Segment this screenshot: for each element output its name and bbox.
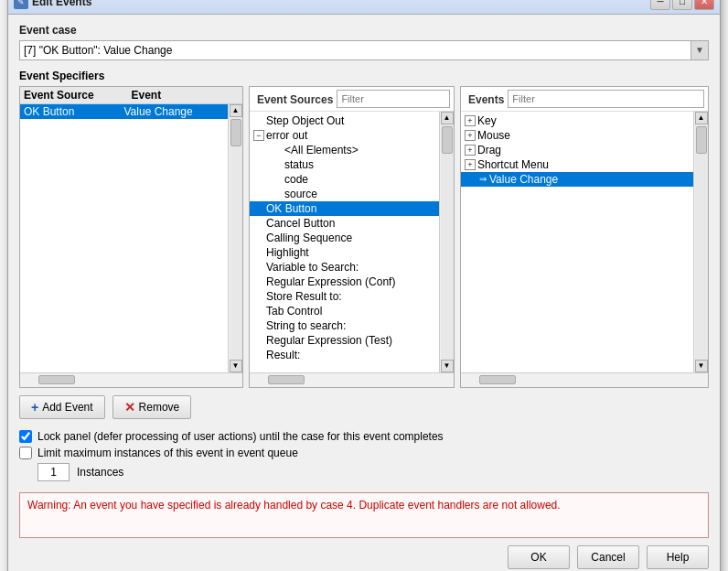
tree-item[interactable]: − error out bbox=[250, 128, 439, 143]
hscroll-thumb[interactable] bbox=[268, 375, 305, 384]
tree-item[interactable]: Step Object Out bbox=[250, 113, 439, 128]
collapse-icon[interactable]: − bbox=[253, 130, 264, 141]
scroll-thumb[interactable] bbox=[696, 126, 707, 154]
events-item-shortcut[interactable]: + Shortcut Menu bbox=[461, 157, 693, 172]
bottom-buttons: + Add Event ✕ Remove bbox=[19, 395, 709, 419]
warning-text: Warning: An event you have specified is … bbox=[27, 499, 561, 512]
restore-button[interactable]: □ bbox=[672, 0, 692, 10]
right-filter-input[interactable] bbox=[508, 90, 704, 108]
left-panel-rows: OK Button Value Change bbox=[20, 104, 228, 372]
edit-events-window: ✎ Edit Events ─ □ ✕ Event case [7] "OK B… bbox=[7, 0, 721, 571]
right-panel-content: + Key + Mouse + Drag bbox=[461, 112, 708, 372]
scroll-up-arrow[interactable]: ▲ bbox=[695, 112, 708, 124]
events-item-key[interactable]: + Key bbox=[461, 113, 693, 128]
tree-item[interactable]: Regular Expression (Test) bbox=[250, 333, 439, 348]
remove-button[interactable]: ✕ Remove bbox=[112, 395, 192, 419]
tree-item[interactable]: Variable to Search: bbox=[250, 260, 439, 275]
left-panel-hscroll[interactable] bbox=[20, 372, 242, 387]
tree-item-label: Step Object Out bbox=[266, 114, 344, 127]
tree-item-label: Result: bbox=[266, 349, 300, 361]
title-bar-left: ✎ Edit Events bbox=[14, 0, 91, 9]
tree-item-label: Store Result to: bbox=[266, 290, 342, 303]
lock-panel-label: Lock panel (defer processing of user act… bbox=[37, 430, 444, 443]
window-icon: ✎ bbox=[14, 0, 28, 9]
tree-item[interactable]: Cancel Button bbox=[250, 216, 439, 231]
scroll-down-arrow[interactable]: ▼ bbox=[695, 360, 708, 372]
tree-item-label: Regular Expression (Conf) bbox=[266, 275, 395, 288]
lock-panel-row: Lock panel (defer processing of user act… bbox=[19, 430, 709, 443]
dropdown-arrow-icon[interactable]: ▼ bbox=[691, 41, 708, 59]
event-case-select[interactable]: [7] "OK Button": Value Change ▼ bbox=[19, 40, 709, 60]
tree-item[interactable]: source bbox=[250, 187, 439, 201]
tree-item-label: Regular Expression (Test) bbox=[266, 334, 392, 347]
tree-item[interactable]: Store Result to: bbox=[250, 289, 439, 304]
limit-instances-checkbox[interactable] bbox=[19, 447, 32, 459]
col-event-source: Event Source bbox=[24, 89, 132, 102]
tree-item-label: Calling Sequence bbox=[266, 232, 352, 244]
tree-item[interactable]: <All Elements> bbox=[250, 143, 439, 157]
tree-item[interactable]: Tab Control bbox=[250, 304, 439, 318]
close-button[interactable]: ✕ bbox=[694, 0, 714, 10]
right-panel-hscroll[interactable] bbox=[461, 372, 708, 387]
instances-row: Instances bbox=[37, 463, 709, 481]
tree-item[interactable]: Result: bbox=[250, 348, 439, 362]
scroll-thumb[interactable] bbox=[442, 126, 453, 154]
scroll-down-arrow[interactable]: ▼ bbox=[441, 360, 454, 372]
left-panel-scrollbar[interactable]: ▲ ▼ bbox=[228, 104, 242, 372]
limit-instances-row: Limit maximum instances of this event in… bbox=[19, 447, 709, 459]
tree-item-label: code bbox=[284, 173, 308, 186]
options-section: Lock panel (defer processing of user act… bbox=[19, 426, 709, 485]
list-row[interactable]: OK Button Value Change bbox=[20, 104, 228, 119]
scroll-track[interactable] bbox=[230, 117, 242, 360]
ok-button[interactable]: OK bbox=[508, 545, 570, 569]
middle-panel-tree: Step Object Out − error out <All Element… bbox=[250, 112, 439, 372]
lock-panel-checkbox[interactable] bbox=[19, 430, 32, 443]
right-panel-list: + Key + Mouse + Drag bbox=[461, 112, 693, 372]
events-item-drag[interactable]: + Drag bbox=[461, 143, 693, 157]
expand-icon[interactable]: + bbox=[465, 115, 476, 126]
scroll-up-arrow[interactable]: ▲ bbox=[230, 104, 242, 117]
scroll-down-arrow[interactable]: ▼ bbox=[230, 360, 242, 372]
tree-item[interactable]: Calling Sequence bbox=[250, 231, 439, 245]
x-icon: ✕ bbox=[124, 400, 135, 415]
help-button[interactable]: Help bbox=[647, 545, 709, 569]
arrow-right-icon: ⇒ bbox=[479, 174, 487, 184]
middle-panel-hscroll[interactable] bbox=[250, 372, 454, 387]
event-case-row: [7] "OK Button": Value Change ▼ bbox=[19, 40, 709, 60]
scroll-up-arrow[interactable]: ▲ bbox=[441, 112, 454, 124]
plus-icon: + bbox=[31, 400, 38, 415]
instances-input[interactable] bbox=[37, 463, 70, 481]
middle-panel-title: Event Sources bbox=[253, 91, 337, 106]
event-label: Mouse bbox=[477, 129, 510, 142]
tree-item-ok-button[interactable]: OK Button bbox=[250, 201, 439, 216]
expand-icon[interactable]: + bbox=[465, 145, 476, 156]
instances-label: Instances bbox=[77, 466, 123, 479]
main-content: Event case [7] "OK Button": Value Change… bbox=[8, 15, 720, 572]
add-event-button[interactable]: + Add Event bbox=[19, 395, 105, 419]
tree-item[interactable]: String to search: bbox=[250, 318, 439, 333]
events-item-mouse[interactable]: + Mouse bbox=[461, 128, 693, 143]
tree-item[interactable]: Regular Expression (Conf) bbox=[250, 275, 439, 289]
minimize-button[interactable]: ─ bbox=[650, 0, 670, 10]
middle-filter-input[interactable] bbox=[337, 90, 450, 108]
tree-item-label: status bbox=[284, 158, 314, 171]
hscroll-thumb[interactable] bbox=[479, 375, 516, 384]
cancel-button[interactable]: Cancel bbox=[577, 545, 639, 569]
tree-item[interactable]: status bbox=[250, 157, 439, 172]
events-item-value-change[interactable]: ⇒ Value Change bbox=[461, 172, 693, 187]
scroll-track[interactable] bbox=[695, 124, 708, 360]
tree-item[interactable]: code bbox=[250, 172, 439, 187]
event-label: Drag bbox=[477, 144, 501, 156]
middle-panel-scrollbar[interactable]: ▲ ▼ bbox=[439, 112, 454, 372]
right-panel-scrollbar[interactable]: ▲ ▼ bbox=[693, 112, 708, 372]
expand-icon[interactable]: + bbox=[465, 130, 476, 141]
hscroll-thumb[interactable] bbox=[38, 375, 75, 384]
scroll-thumb[interactable] bbox=[230, 119, 241, 146]
expand-icon[interactable]: + bbox=[465, 159, 476, 170]
row-source: OK Button bbox=[24, 105, 124, 118]
tree-item[interactable]: Highlight bbox=[250, 245, 439, 260]
tree-item-label: Tab Control bbox=[266, 305, 322, 318]
warning-box: Warning: An event you have specified is … bbox=[19, 492, 709, 538]
tree-item-label: String to search: bbox=[266, 319, 346, 332]
scroll-track[interactable] bbox=[441, 124, 454, 360]
